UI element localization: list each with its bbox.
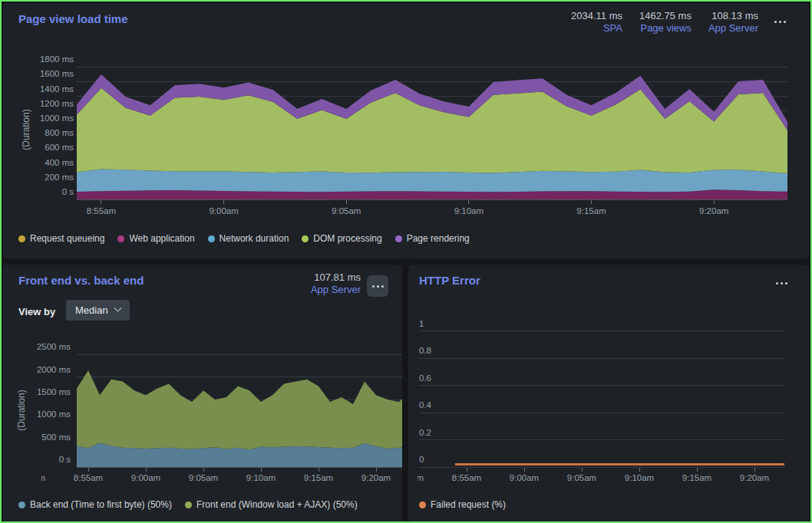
- series-color-dot: [18, 502, 25, 508]
- y-axis-tick-label: 1000 ms: [40, 113, 74, 123]
- page-view-load-time-chart[interactable]: [77, 58, 787, 205]
- x-axis-tick-label: 9:00am: [510, 473, 539, 482]
- series-color-dot: [208, 235, 215, 242]
- metric-value: 2034.11 ms: [571, 10, 622, 22]
- view-by-dropdown[interactable]: Median: [66, 300, 130, 321]
- panel-page-view-load-time: Page view load time 2034.11 msSPA1462.75…: [3, 3, 809, 258]
- y-axis-labels: 2500 ms2000 ms1500 ms1000 ms500 ms0 s: [26, 265, 71, 487]
- legend-item[interactable]: DOM processing: [302, 233, 381, 244]
- metric: 107.81 msApp Server: [311, 271, 361, 296]
- metric-label-link[interactable]: SPA: [571, 22, 622, 35]
- y-axis-tick-label: 1600 ms: [40, 69, 74, 78]
- y-axis-tick-label: 2000 ms: [37, 365, 71, 374]
- x-axis-tick-label: 9:20am: [740, 473, 769, 482]
- x-axis-labels: 8:50am8:55am9:00am9:05am9:10am9:15am9:20…: [41, 472, 402, 484]
- legend-label: Back end (Time to first byte) (50%): [30, 499, 172, 510]
- legend-item[interactable]: Page rendering: [395, 233, 470, 244]
- metric-value: 1462.75 ms: [639, 10, 692, 22]
- y-axis-tick-label: 200 ms: [45, 173, 74, 182]
- ellipsis-menu-icon[interactable]: [771, 15, 789, 28]
- metric-label-link[interactable]: App Server: [708, 22, 758, 35]
- series-color-dot: [117, 235, 124, 242]
- y-axis-tick-label: 400 ms: [45, 158, 74, 167]
- legend-label: Failed request (%): [431, 499, 506, 510]
- y-axis-title: (Duration): [16, 390, 27, 430]
- legend-label: Front end (Window load + AJAX) (50%): [196, 499, 358, 510]
- legend: Back end (Time to first byte) (50%)Front…: [18, 499, 358, 510]
- metrics-summary: 107.81 msApp Server: [311, 271, 361, 296]
- x-axis-tick-label: 9:05am: [332, 206, 361, 215]
- y-axis-tick-label: 2500 ms: [37, 342, 71, 351]
- x-axis-labels: 8:55am9:00am9:05am9:10am9:15am9:20am: [34, 206, 787, 217]
- ellipsis-menu-icon[interactable]: [772, 277, 791, 289]
- y-axis-tick-label: 800 ms: [45, 128, 74, 137]
- y-axis-tick-label: 1000 ms: [37, 410, 71, 419]
- metric: 1462.75 msPage views: [639, 10, 692, 35]
- x-axis-tick-label: 8:55am: [452, 473, 481, 482]
- x-axis-tick-label: 8:55am: [74, 473, 103, 482]
- legend-label: Request queueing: [30, 233, 104, 244]
- legend-label: Web application: [129, 233, 194, 244]
- metric: 108.13 msApp Server: [708, 10, 758, 35]
- dashboard: Page view load time 2034.11 msSPA1462.75…: [0, 0, 812, 523]
- metric-label-link[interactable]: App Server: [311, 284, 361, 296]
- series-color-dot: [395, 235, 402, 242]
- x-axis-tick-label: 9:05am: [189, 473, 218, 482]
- y-axis-tick-label: 1800 ms: [40, 54, 74, 64]
- legend-item[interactable]: Web application: [117, 233, 194, 244]
- chevron-down-icon: [114, 304, 121, 312]
- x-axis-tick-label: 8:50am: [41, 473, 45, 482]
- x-axis-tick-label: 9:20am: [699, 206, 728, 215]
- metric: 2034.11 msSPA: [571, 10, 622, 35]
- series-color-dot: [185, 502, 192, 508]
- y-axis-tick-label: 1400 ms: [40, 84, 74, 94]
- metrics-summary: 2034.11 msSPA1462.75 msPage views108.13 …: [571, 10, 758, 35]
- panel-front-end-vs-back-end: Front end vs. back end 107.81 msApp Serv…: [3, 265, 402, 521]
- x-axis-labels: 8:50am8:55am9:00am9:05am9:10am9:15am9:20…: [418, 472, 801, 484]
- x-axis-tick-label: 9:10am: [625, 473, 654, 482]
- y-axis-title: (Duration): [21, 109, 31, 150]
- ellipsis-menu-icon[interactable]: [367, 275, 388, 297]
- series-color-dot: [419, 502, 426, 508]
- legend-label: Network duration: [220, 233, 289, 244]
- front-end-vs-back-end-chart[interactable]: [77, 352, 402, 472]
- x-axis-tick-label: 9:15am: [682, 473, 711, 482]
- series-color-dot: [18, 235, 25, 242]
- legend-label: Page rendering: [407, 233, 470, 244]
- metric-label-link[interactable]: Page views: [639, 22, 692, 35]
- metric-value: 108.13 ms: [708, 10, 758, 22]
- x-axis-tick-label: 9:00am: [131, 473, 160, 482]
- y-axis-tick-label: 500 ms: [41, 433, 71, 442]
- legend: Failed request (%): [419, 499, 506, 510]
- legend-item[interactable]: Failed request (%): [419, 499, 506, 510]
- x-axis-tick-label: 9:10am: [246, 473, 276, 482]
- metric-value: 107.81 ms: [311, 271, 361, 284]
- legend-item[interactable]: Network duration: [208, 233, 289, 244]
- legend-item[interactable]: Back end (Time to first byte) (50%): [18, 499, 172, 510]
- x-axis-tick-label: 9:15am: [576, 206, 606, 215]
- http-error-chart[interactable]: [419, 326, 784, 472]
- legend: Request queueingWeb applicationNetwork d…: [18, 233, 470, 244]
- y-axis-tick-label: 0 s: [62, 187, 74, 196]
- x-axis-tick-label: 9:05am: [567, 473, 596, 482]
- y-axis-tick-label: 1500 ms: [37, 387, 71, 396]
- x-axis-tick-label: 8:50am: [418, 473, 424, 482]
- legend-item[interactable]: Front end (Window load + AJAX) (50%): [185, 499, 358, 510]
- view-by-selected-value: Median: [75, 304, 108, 316]
- legend-label: DOM processing: [313, 233, 381, 244]
- y-axis-tick-label: 1200 ms: [40, 99, 74, 108]
- panel-http-error: HTTP Error 10.80.60.40.20 8:50am8:55am9:…: [408, 265, 809, 521]
- legend-item[interactable]: Request queueing: [18, 233, 104, 244]
- series-color-dot: [302, 235, 309, 242]
- y-axis-tick-label: 600 ms: [45, 143, 74, 152]
- x-axis-tick-label: 8:55am: [87, 206, 116, 215]
- x-axis-tick-label: 9:10am: [454, 206, 484, 215]
- y-axis-tick-label: 0 s: [59, 455, 71, 464]
- x-axis-tick-label: 9:15am: [304, 473, 333, 482]
- x-axis-tick-label: 9:00am: [209, 206, 238, 215]
- x-axis-tick-label: 9:20am: [361, 473, 391, 482]
- y-axis-labels: 1800 ms1600 ms1400 ms1200 ms1000 ms800 m…: [34, 3, 74, 218]
